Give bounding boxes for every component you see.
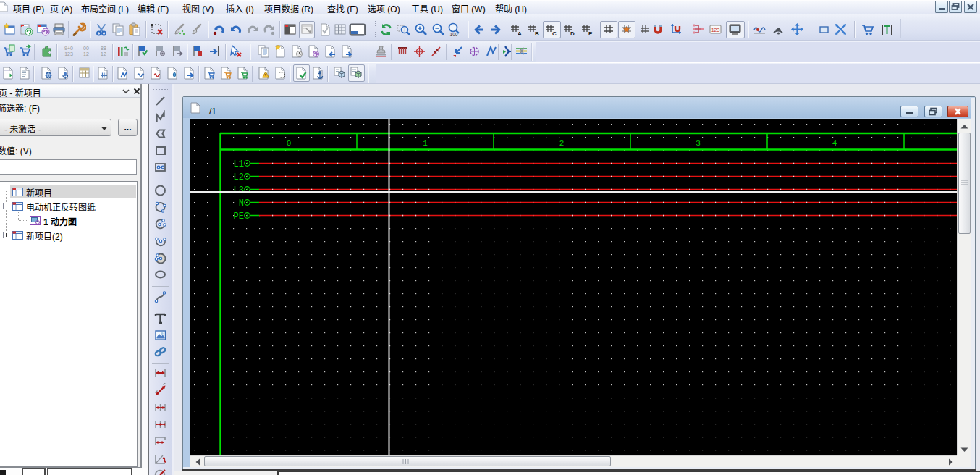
svg-text:E: E — [588, 30, 593, 37]
svg-text:100: 100 — [450, 32, 458, 37]
svg-text:L1: L1 — [234, 159, 244, 169]
svg-text:L3: L3 — [234, 185, 244, 196]
svg-text:N: N — [239, 198, 244, 209]
svg-text:12: 12 — [101, 51, 106, 56]
svg-text:D: D — [570, 30, 575, 37]
svg-text:123: 123 — [64, 51, 73, 56]
svg-text:1: 1 — [423, 139, 428, 148]
svg-text:A: A — [518, 30, 522, 37]
svg-text:C: C — [552, 30, 557, 37]
svg-text:00: 00 — [83, 46, 89, 51]
svg-text:PE: PE — [234, 211, 244, 222]
svg-text:4: 4 — [832, 139, 837, 148]
svg-text:88: 88 — [101, 46, 106, 51]
svg-text:B: B — [535, 30, 539, 37]
svg-text:12: 12 — [83, 51, 89, 56]
svg-text:9+0: 9+0 — [64, 46, 73, 51]
svg-text:L2: L2 — [234, 172, 244, 182]
svg-text:123: 123 — [711, 28, 720, 33]
svg-text:3: 3 — [696, 139, 701, 148]
svg-text:0: 0 — [287, 139, 292, 148]
svg-text:2: 2 — [559, 139, 565, 148]
